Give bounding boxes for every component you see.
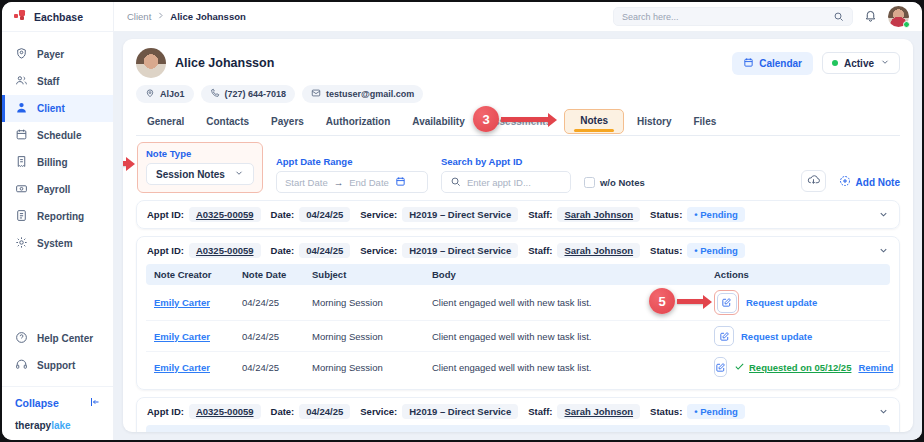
sidebar-item-payroll[interactable]: Payroll [2, 176, 113, 203]
date-range-label: Appt Date Range [276, 156, 428, 167]
appt-id-filter: Search by Appt ID [441, 156, 571, 193]
note-creator-link[interactable]: Emily Carter [154, 362, 242, 373]
export-button[interactable] [801, 170, 826, 192]
user-avatar[interactable] [888, 6, 909, 27]
chevron-down-icon [234, 168, 244, 180]
remind-link[interactable]: Remind [858, 362, 893, 373]
sidebar-nav: Payer Staff Client Schedule Billing Payr… [2, 32, 113, 257]
tab-files[interactable]: Files [682, 110, 727, 135]
edit-note-button[interactable] [714, 326, 734, 346]
sidebar-item-schedule[interactable]: Schedule [2, 122, 113, 149]
client-name: Alice Johansson [175, 56, 274, 70]
appointment-summary-row[interactable]: Appt ID:A0325-00059 Date:04/24/25 Servic… [137, 398, 899, 425]
brand-name: Eachbase [34, 11, 83, 23]
report-icon [15, 209, 28, 224]
email-icon [311, 88, 321, 100]
tab-contacts[interactable]: Contacts [195, 110, 260, 135]
check-icon [734, 361, 745, 374]
note-type-filter: Note Type Session Notes 4 [137, 142, 263, 193]
client-status-dropdown[interactable]: Active [822, 52, 900, 74]
appt-staff-value[interactable]: Sarah Johnson [557, 404, 640, 419]
col-notes: Notes [154, 430, 714, 432]
note-subject: Morning Session [312, 331, 432, 342]
edit-note-button[interactable] [714, 357, 727, 377]
sidebar-item-label: System [37, 238, 73, 249]
chevron-right-icon [156, 11, 165, 22]
note-date: 04/24/25 [242, 297, 312, 308]
note-date: 04/24/25 [242, 331, 312, 342]
appt-staff-value[interactable]: Sarah Johnson [557, 243, 640, 258]
request-update-link[interactable]: Request update [746, 297, 817, 308]
appt-service-value: H2019 – Direct Service [402, 207, 518, 222]
search-input[interactable] [622, 12, 827, 22]
top-bar: Client Alice Johansson [114, 2, 922, 32]
appt-id-value[interactable]: A0325-00059 [189, 243, 261, 258]
client-avatar [136, 48, 166, 78]
tab-general[interactable]: General [136, 110, 195, 135]
sidebar-item-payer[interactable]: Payer [2, 41, 113, 68]
tab-payers[interactable]: Payers [260, 110, 315, 135]
appointment-summary-row[interactable]: Appt ID:A0325-00059 Date:04/24/25 Servic… [137, 201, 899, 228]
tab-notes[interactable]: Notes 3 [564, 109, 624, 134]
expand-chevron-icon[interactable] [878, 406, 889, 417]
client-tabs: General Contacts Payers Authorization Av… [136, 109, 900, 136]
appointment-summary-row[interactable]: Appt ID:A0325-00059 Date:04/24/25 Servic… [137, 237, 899, 264]
tab-history[interactable]: History [626, 110, 682, 135]
sidebar-item-reporting[interactable]: Reporting [2, 203, 113, 230]
appt-staff-value[interactable]: Sarah Johnson [557, 207, 640, 222]
brand: Eachbase [2, 2, 113, 32]
col-actions: Actions [714, 269, 882, 280]
sidebar: Eachbase Payer Staff Client Schedule Bil… [2, 2, 114, 440]
sidebar-item-label: Reporting [37, 211, 84, 222]
col-subject: Subject [312, 269, 432, 280]
sidebar-item-client[interactable]: Client [2, 95, 113, 122]
invoice-icon [15, 155, 28, 170]
client-email-chip: testuser@gmail.com [302, 85, 423, 103]
note-creator-link[interactable]: Emily Carter [154, 297, 242, 308]
note-subject: Morning Session [312, 297, 432, 308]
annotation-step-5-target: 5 [714, 290, 739, 315]
brand-logo-icon [13, 8, 27, 26]
collapse-label: Collapse [15, 397, 59, 409]
sidebar-item-staff[interactable]: Staff [2, 68, 113, 95]
calendar-icon [743, 57, 754, 70]
sidebar-item-label: Payer [37, 49, 64, 60]
expand-chevron-icon[interactable] [878, 209, 889, 220]
calendar-icon [15, 128, 28, 143]
calendar-button[interactable]: Calendar [732, 52, 813, 75]
add-note-button[interactable]: Add Note [839, 175, 900, 193]
annotation-step-5-arrow [677, 299, 704, 304]
tab-availability[interactable]: Availability [401, 110, 475, 135]
bell-icon[interactable] [864, 8, 877, 26]
sidebar-item-label: Support [37, 360, 75, 371]
edit-note-button[interactable] [717, 293, 737, 313]
breadcrumb: Client Alice Johansson [127, 11, 246, 22]
breadcrumb-section[interactable]: Client [127, 11, 151, 22]
wo-notes-checkbox[interactable]: w/o Notes [584, 177, 645, 193]
appt-service-value: H2019 – Direct Service [402, 243, 518, 258]
calendar-icon[interactable] [395, 176, 406, 189]
note-type-label: Note Type [146, 148, 254, 159]
date-range-input[interactable]: Start Date → End Date [276, 171, 428, 193]
sidebar-item-help-center[interactable]: Help Center [2, 325, 113, 352]
appt-id-value[interactable]: A0325-00059 [189, 207, 261, 222]
sidebar-collapse-button[interactable]: Collapse [2, 386, 113, 419]
request-update-link[interactable]: Request update [741, 331, 812, 342]
appt-id-input[interactable] [467, 177, 562, 188]
tab-authorization[interactable]: Authorization [315, 110, 401, 135]
note-type-select[interactable]: Session Notes [146, 163, 254, 185]
chevron-down-icon [880, 57, 890, 69]
client-phone-chip: (727) 644-7018 [201, 85, 296, 103]
sidebar-item-system[interactable]: System [2, 230, 113, 257]
active-status-dot [832, 60, 838, 66]
range-arrow: → [334, 177, 344, 188]
note-creator-link[interactable]: Emily Carter [154, 331, 242, 342]
annotation-step-3-arrow [501, 117, 549, 122]
appt-id-value[interactable]: A0325-00059 [189, 404, 261, 419]
sidebar-item-billing[interactable]: Billing [2, 149, 113, 176]
sidebar-item-label: Client [37, 103, 65, 114]
collapse-chevron-icon[interactable] [878, 245, 889, 256]
sidebar-item-support[interactable]: Support [2, 352, 113, 379]
search-icon[interactable] [833, 8, 844, 26]
sidebar-item-label: Help Center [37, 333, 93, 344]
